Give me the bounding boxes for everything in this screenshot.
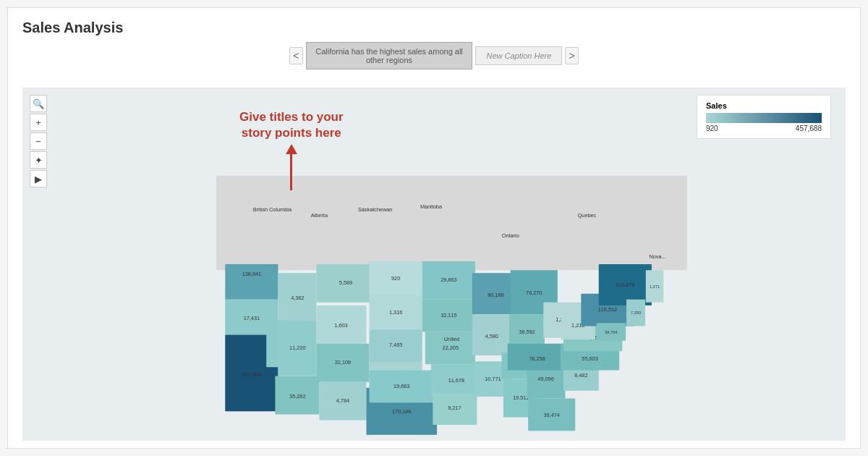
state-az-value: 35,282 bbox=[289, 393, 305, 400]
zoom-out-button[interactable]: − bbox=[30, 132, 47, 150]
state-mi-value: 76,270 bbox=[526, 290, 542, 296]
state-nd-value: 920 bbox=[391, 275, 400, 282]
canada-on: Ontario bbox=[502, 232, 519, 239]
state-ne-value: 7,465 bbox=[389, 342, 402, 348]
state-sc-value: 8,482 bbox=[574, 372, 587, 379]
state-or-value: 17,431 bbox=[244, 315, 260, 321]
state-nc-value: 55,603 bbox=[582, 355, 597, 362]
state-ar-value: 11,678 bbox=[448, 377, 464, 384]
state-mt-value: 5,589 bbox=[339, 279, 352, 286]
next-nav-button[interactable]: > bbox=[565, 47, 579, 64]
state-md-value: 39,764 bbox=[605, 330, 617, 334]
state-ms-value: 10,771 bbox=[485, 376, 501, 382]
state-ne-small-value: 1,271 bbox=[650, 284, 660, 289]
us-label: United bbox=[444, 336, 459, 342]
state-nj-value: 7,293 bbox=[631, 311, 641, 315]
state-ok-value: 19,683 bbox=[393, 383, 409, 389]
map-area: 🔍 + − ✦ ▶ Sales 920 457,688 Give titles … bbox=[22, 88, 846, 441]
map-toolbar: 🔍 + − ✦ ▶ bbox=[30, 95, 47, 187]
us-map-svg: 138,641 17,431 457,688 4,382 16,729 35,2… bbox=[22, 88, 846, 441]
canada-ab: Alberta bbox=[311, 212, 328, 219]
state-al-value: 19,511 bbox=[513, 394, 529, 401]
state-mo-value: 22,205 bbox=[443, 345, 459, 351]
canada-qc: Quebec bbox=[578, 212, 597, 219]
canada-sk: Saskatchewan bbox=[358, 206, 393, 213]
state-mn-value: 29,863 bbox=[441, 276, 456, 283]
annotation-text: Give titles to yourstory points here bbox=[239, 109, 344, 141]
main-container: Sales Analysis < California has the high… bbox=[7, 7, 861, 449]
story-point-2[interactable]: New Caption Here bbox=[475, 46, 562, 65]
state-in-value: 36,592 bbox=[519, 329, 535, 335]
state-tx-value: 170,188 bbox=[392, 408, 411, 415]
prev-nav-button[interactable]: < bbox=[289, 47, 303, 64]
story-point-1[interactable]: California has the highest sales among a… bbox=[306, 42, 473, 69]
state-il-value: 4,580 bbox=[485, 333, 498, 339]
state-co-value: 32,108 bbox=[335, 359, 351, 366]
state-ga-value: 49,096 bbox=[537, 376, 553, 382]
state-fl-value: 39,474 bbox=[543, 412, 559, 418]
canada-ns: Nova... bbox=[649, 253, 665, 260]
page-title: Sales Analysis bbox=[8, 8, 860, 42]
arrow-line bbox=[290, 154, 292, 190]
state-pa-value: 116,512 bbox=[598, 306, 617, 313]
state-ut-value: 11,220 bbox=[289, 345, 305, 351]
state-sd-value: 1,316 bbox=[389, 309, 402, 316]
zoom-in-button[interactable]: + bbox=[30, 114, 47, 131]
pin-button[interactable]: ✦ bbox=[30, 151, 47, 169]
canada-mb: Manitoba bbox=[420, 203, 443, 210]
state-ky-value: 78,258 bbox=[529, 355, 545, 362]
state-ca-value: 457,688 bbox=[242, 371, 261, 378]
state-ny-value: 310,876 bbox=[616, 282, 634, 288]
state-nm-value: 4,784 bbox=[336, 397, 349, 404]
state-wa-value: 138,641 bbox=[242, 271, 261, 277]
state-wa[interactable] bbox=[225, 264, 278, 300]
state-ia-value: 32,115 bbox=[441, 312, 456, 318]
annotation-container: Give titles to yourstory points here bbox=[239, 109, 344, 190]
state-wy-value: 1,603 bbox=[334, 322, 347, 329]
canada-bc: British Columbia bbox=[253, 206, 292, 213]
story-navigator: < California has the highest sales among… bbox=[289, 42, 579, 69]
play-button[interactable]: ▶ bbox=[30, 170, 47, 187]
arrow-head bbox=[286, 144, 297, 154]
state-la-value: 9,217 bbox=[448, 405, 461, 411]
state-wi-value: 80,166 bbox=[488, 292, 503, 298]
search-button[interactable]: 🔍 bbox=[30, 95, 47, 112]
state-id-value: 4,382 bbox=[291, 295, 304, 301]
annotation-arrow bbox=[239, 144, 344, 190]
